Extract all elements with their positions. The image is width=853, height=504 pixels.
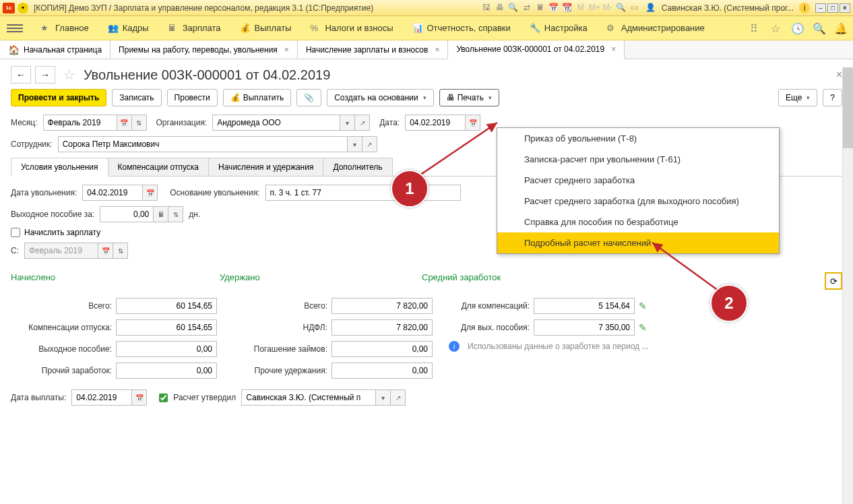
print-item-t8[interactable]: Приказ об увольнении (Т-8): [497, 128, 779, 149]
date-calendar-icon[interactable]: 📅: [466, 115, 480, 131]
print-item-avg[interactable]: Расчет среднего заработка: [497, 170, 779, 191]
compare-icon[interactable]: ⇄: [522, 3, 532, 13]
maximize-button[interactable]: □: [827, 3, 838, 13]
m-minus-icon[interactable]: M-: [602, 3, 613, 13]
print-item-avg-sev[interactable]: Расчет среднего заработка (для выходного…: [497, 191, 779, 212]
tab-hires[interactable]: Приемы на работу, переводы, увольнения×: [110, 40, 298, 59]
menu-salary[interactable]: 🖩Зарплата: [158, 23, 230, 34]
print-icon[interactable]: 🖶: [495, 3, 505, 13]
m-icon[interactable]: M: [575, 3, 586, 13]
menu-hr[interactable]: 👥Кадры: [98, 23, 158, 34]
edit-pencil-icon[interactable]: ✎: [639, 301, 647, 311]
employee-open-icon[interactable]: ↗: [362, 136, 377, 152]
date-input[interactable]: [405, 115, 466, 131]
month-spin-icon[interactable]: ⇅: [132, 115, 147, 131]
inner-tab-accruals[interactable]: Начисления и удержания: [208, 158, 323, 176]
payout-date-input[interactable]: [71, 389, 132, 406]
tab-payroll[interactable]: Начисление зарплаты и взносов×: [298, 40, 449, 59]
employee-dropdown-icon[interactable]: ▾: [348, 136, 362, 152]
m-plus-icon[interactable]: M+: [589, 3, 600, 13]
refresh-button[interactable]: ⟳: [825, 272, 842, 290]
history-clock-icon[interactable]: 🕓: [791, 22, 803, 34]
post-and-close-button[interactable]: Провести и закрыть: [11, 89, 106, 106]
preview-icon[interactable]: 🔍: [508, 3, 519, 13]
org-open-icon[interactable]: ↗: [355, 115, 370, 131]
windows-icon[interactable]: ▭: [629, 3, 640, 13]
employee-input[interactable]: [58, 136, 348, 152]
tab-home[interactable]: 🏠Начальная страница: [0, 40, 110, 59]
vacation-comp-input[interactable]: [116, 319, 217, 336]
menu-payments[interactable]: 💰Выплаты: [230, 23, 301, 34]
notifications-bell-icon[interactable]: 🔔: [834, 22, 846, 34]
doc-close-icon[interactable]: ×: [836, 69, 842, 81]
withheld-total-input[interactable]: [331, 298, 433, 314]
edit-pencil-icon[interactable]: ✎: [639, 322, 647, 333]
from-spin-icon[interactable]: ⇅: [113, 243, 128, 259]
approver-open-icon[interactable]: ↗: [391, 389, 406, 406]
severance-calc-icon[interactable]: 🖩: [154, 206, 168, 222]
nav-back-button[interactable]: ←: [11, 66, 31, 84]
month-input[interactable]: [43, 115, 117, 131]
loans-input[interactable]: [331, 341, 433, 357]
other-earning-input[interactable]: [116, 363, 217, 379]
severance-spin-icon[interactable]: ⇅: [168, 206, 183, 222]
severance-pay-input[interactable]: [116, 341, 217, 357]
other-withhold-input[interactable]: [331, 363, 433, 379]
avg-sev-input[interactable]: [534, 319, 635, 336]
payout-date-calendar-icon[interactable]: 📅: [132, 389, 147, 406]
menu-admin[interactable]: ⚙Администрирование: [597, 23, 714, 34]
basis-input[interactable]: [265, 185, 461, 201]
scrollbar-thumb[interactable]: [843, 67, 853, 148]
from-calendar-icon[interactable]: 📅: [98, 243, 113, 259]
approved-checkbox[interactable]: [159, 393, 168, 402]
apps-grid-icon[interactable]: ⠿: [748, 22, 760, 34]
print-item-unemployment[interactable]: Справка для пособия по безработице: [497, 212, 779, 232]
month-calendar-icon[interactable]: 📅: [117, 115, 132, 131]
print-button[interactable]: 🖶Печать: [439, 89, 499, 106]
dismissal-date-input[interactable]: [82, 185, 143, 201]
menu-main[interactable]: ★Главное: [31, 23, 98, 34]
calendar-icon[interactable]: 📅: [548, 3, 559, 13]
hamburger-icon[interactable]: [7, 20, 23, 36]
calc-icon[interactable]: 🖩: [535, 3, 546, 13]
more-button[interactable]: Еще: [778, 89, 817, 106]
inner-tab-vacation-comp[interactable]: Компенсации отпуска: [108, 158, 209, 176]
accrued-total-input[interactable]: [116, 298, 217, 314]
nav-forward-button[interactable]: →: [35, 66, 55, 84]
tab-close-icon[interactable]: ×: [611, 44, 616, 54]
from-input[interactable]: [24, 243, 98, 259]
app-menu-dropdown-icon[interactable]: ▾: [18, 3, 28, 13]
tab-close-icon[interactable]: ×: [284, 45, 289, 55]
favorites-star-icon[interactable]: ☆: [769, 22, 782, 34]
help-button[interactable]: ?: [823, 89, 842, 106]
close-window-button[interactable]: ✕: [840, 3, 850, 13]
vertical-scrollbar[interactable]: [842, 67, 853, 504]
org-input[interactable]: [212, 115, 340, 131]
org-dropdown-icon[interactable]: ▾: [340, 115, 355, 131]
menu-settings[interactable]: 🔧Настройка: [520, 23, 597, 34]
approver-input[interactable]: [241, 389, 376, 406]
date-icon[interactable]: 📆: [562, 3, 573, 13]
menu-taxes[interactable]: %Налоги и взносы: [301, 23, 402, 34]
minimize-button[interactable]: –: [815, 3, 826, 13]
info-icon[interactable]: i: [799, 3, 810, 13]
dismissal-date-calendar-icon[interactable]: 📅: [143, 185, 158, 201]
approver-dropdown-icon[interactable]: ▾: [376, 389, 391, 406]
pay-button[interactable]: 💰Выплатить: [223, 89, 292, 106]
avg-comp-input[interactable]: [534, 298, 635, 314]
save-button[interactable]: Записать: [112, 89, 161, 106]
inner-tab-conditions[interactable]: Условия увольнения: [11, 158, 108, 177]
print-item-t61[interactable]: Записка-расчет при увольнении (Т-61): [497, 149, 779, 170]
tab-close-icon[interactable]: ×: [435, 45, 439, 55]
create-based-on-button[interactable]: Создать на основании: [327, 89, 434, 106]
save-icon[interactable]: 🖫: [481, 3, 492, 13]
attach-button[interactable]: 📎: [296, 89, 321, 106]
print-item-detailed[interactable]: Подробный расчет начислений: [497, 232, 779, 253]
inner-tab-additional[interactable]: Дополнитель: [323, 158, 392, 176]
zoom-icon[interactable]: 🔍: [616, 3, 627, 13]
ndfl-input[interactable]: [331, 319, 433, 336]
favorite-star-icon[interactable]: ☆: [63, 67, 75, 83]
menu-reports[interactable]: 📊Отчетность, справки: [403, 23, 520, 34]
severance-input[interactable]: [100, 206, 154, 222]
post-button[interactable]: Провести: [167, 89, 218, 106]
